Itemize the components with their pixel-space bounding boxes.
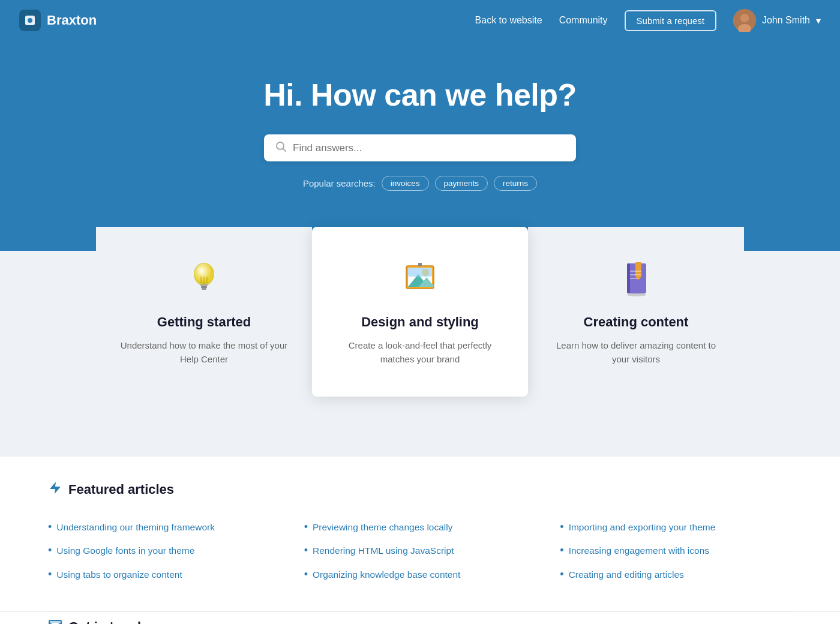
popular-searches: Popular searches: invoices payments retu… [19,176,821,191]
submit-request-button[interactable]: Submit a request [625,10,716,31]
popular-label: Popular searches: [303,178,376,188]
svg-rect-15 [202,288,206,290]
category-getting-started[interactable]: Getting started Understand how to make t… [96,227,312,397]
articles-grid: • Understanding our theming framework • … [48,515,792,587]
article-link[interactable]: Creating and editing articles [569,568,684,581]
category-design-styling[interactable]: Design and styling Create a look-and-fee… [312,227,528,397]
tag-returns[interactable]: returns [494,176,537,191]
bullet-icon: • [560,544,563,557]
brand-logo-icon [19,10,41,31]
bullet-icon: • [560,521,563,534]
bullet-icon: • [48,544,52,557]
svg-rect-32 [627,263,630,293]
featured-title: Featured articles [68,482,174,497]
user-menu[interactable]: John Smith ▾ [733,9,821,32]
hero-section: Hi. How can we help? Popular searches: i… [0,41,840,251]
bullet-icon: • [304,521,308,534]
bullet-icon: • [304,544,308,557]
article-link[interactable]: Increasing engagement with icons [569,544,709,557]
list-item: • Importing and exporting your theme [560,515,792,539]
navbar: Braxton Back to website Community Submit… [0,0,840,41]
getting-started-icon [182,257,226,300]
bullet-icon: • [304,568,308,581]
get-in-touch-title: Get in touch [68,619,145,624]
svg-point-17 [199,282,209,285]
svg-point-5 [740,14,749,22]
svg-rect-23 [408,268,432,277]
creating-content-icon [614,257,658,300]
design-styling-title: Design and styling [336,314,504,330]
creating-content-desc: Learn how to deliver amazing content to … [552,338,720,367]
categories-section: Getting started Understand how to make t… [0,251,840,457]
article-link[interactable]: Importing and exporting your theme [569,521,716,534]
category-creating-content[interactable]: Creating content Learn how to deliver am… [528,227,744,397]
svg-point-33 [627,293,646,296]
brand-logo-link[interactable]: Braxton [19,10,97,31]
article-link[interactable]: Using tabs to organize content [56,568,182,581]
list-item: • Using Google fonts in your theme [48,539,280,563]
article-link[interactable]: Rendering HTML using JavaScript [313,544,454,557]
avatar [733,9,756,32]
search-icon [275,140,287,155]
svg-marker-34 [50,482,61,494]
navbar-right: Back to website Community Submit a reque… [475,9,821,32]
articles-column-3: • Importing and exporting your theme • I… [560,515,792,587]
article-link[interactable]: Understanding our theming framework [56,521,215,534]
list-item: • Organizing knowledge base content [304,563,536,587]
featured-section: Featured articles • Understanding our th… [0,457,840,611]
get-in-touch-header: Get in touch [48,618,792,624]
user-chevron-icon: ▾ [816,15,821,26]
svg-rect-14 [201,286,207,288]
article-link[interactable]: Using Google fonts in your theme [56,544,194,557]
article-link[interactable]: Organizing knowledge base content [313,568,460,581]
back-to-website-link[interactable]: Back to website [475,15,542,26]
tag-payments[interactable]: payments [435,176,488,191]
design-styling-icon [398,257,442,300]
tag-invoices[interactable]: invoices [382,176,429,191]
svg-rect-31 [629,278,638,279]
getting-started-title: Getting started [120,314,288,330]
articles-column-1: • Understanding our theming framework • … [48,515,280,587]
list-item: • Creating and editing articles [560,563,792,587]
list-item: • Previewing theme changes locally [304,515,536,539]
svg-point-1 [28,18,32,23]
get-in-touch-section: Get in touch [0,611,840,624]
user-name: John Smith [762,15,810,26]
svg-line-7 [283,149,286,152]
list-item: • Increasing engagement with icons [560,539,792,563]
search-input[interactable] [293,142,565,154]
community-link[interactable]: Community [559,15,608,26]
articles-column-2: • Previewing theme changes locally • Ren… [304,515,536,587]
categories-grid: Getting started Understand how to make t… [96,227,744,397]
bullet-icon: • [48,568,52,581]
bullet-icon: • [48,521,52,534]
list-item: • Rendering HTML using JavaScript [304,539,536,563]
svg-rect-36 [49,620,61,623]
getting-started-desc: Understand how to make the most of your … [120,338,288,367]
article-link[interactable]: Previewing theme changes locally [313,521,452,534]
list-item: • Understanding our theming framework [48,515,280,539]
search-bar [264,134,576,161]
featured-icon [48,481,62,499]
hero-title: Hi. How can we help? [19,77,821,113]
list-item: • Using tabs to organize content [48,563,280,587]
creating-content-title: Creating content [552,314,720,330]
featured-header: Featured articles [48,481,792,499]
get-in-touch-icon [48,618,62,624]
bullet-icon: • [560,568,563,581]
brand-name: Braxton [47,13,97,28]
svg-rect-30 [629,274,641,275]
svg-rect-29 [629,271,641,272]
design-styling-desc: Create a look-and-feel that perfectly ma… [336,338,504,367]
